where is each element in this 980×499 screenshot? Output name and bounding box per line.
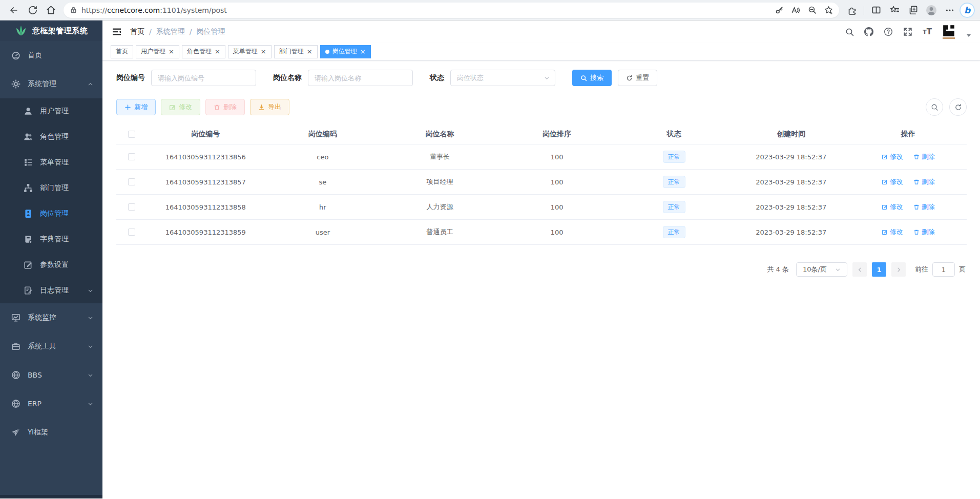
add-favorite-icon[interactable] [821,3,836,17]
zoom-out-icon[interactable] [804,3,820,17]
search-button[interactable]: 搜索 [572,70,612,86]
log-document-icon [24,286,33,295]
column-header: 岗位排序 [498,130,616,139]
sidebar-item-monitor[interactable]: 系统监控 [0,303,102,332]
row-checkbox[interactable] [128,203,135,211]
post-code-input[interactable] [151,70,256,86]
export-button[interactable]: 导出 [250,99,289,115]
next-page-button[interactable] [891,262,906,277]
sidebar-item-label: 角色管理 [40,132,69,141]
row-checkbox[interactable] [128,178,135,185]
cell-created-time: 2023-03-29 18:52:37 [733,153,850,161]
tag-home[interactable]: 首页 [111,45,133,58]
breadcrumb-home[interactable]: 首页 [130,27,144,36]
row-edit-link[interactable]: 修改 [882,152,903,161]
puzzle-icon [847,5,857,15]
home-icon [46,5,56,15]
bing-chat-button[interactable]: b [960,3,975,18]
trash-icon [913,204,920,210]
breadcrumb-separator: / [149,28,152,36]
sidebar-item-yi-framework[interactable]: Yi框架 [0,418,102,447]
goto-page-input[interactable] [932,262,955,277]
edit-icon [882,229,888,235]
read-aloud-icon[interactable] [788,3,803,17]
refresh-button[interactable] [24,2,41,18]
sidebar-item-dict-mgmt[interactable]: 字典管理 [0,226,102,252]
extensions-button[interactable] [843,2,861,18]
home-button[interactable] [42,2,59,18]
close-icon[interactable]: × [360,48,366,55]
row-edit-link[interactable]: 修改 [882,202,903,212]
font-size-button[interactable]: TT [923,27,932,36]
avatar-underline [943,37,955,39]
refresh-table-button[interactable] [949,98,967,116]
reset-button[interactable]: 重置 [618,70,657,86]
show-search-toggle-button[interactable] [926,98,943,116]
breadcrumb-system[interactable]: 系统管理 [156,27,185,36]
breadcrumb-separator: / [190,28,192,36]
sidebar-item-dept-mgmt[interactable]: 部门管理 [0,175,102,201]
close-icon[interactable]: × [215,48,220,55]
sidebar-item-log-mgmt[interactable]: 日志管理 [0,278,102,303]
yi-logo-icon [942,25,955,37]
post-name-input[interactable] [308,70,413,86]
close-icon[interactable]: × [169,48,174,55]
tag-post-mgmt[interactable]: 岗位管理× [320,45,371,58]
row-delete-link[interactable]: 删除 [913,202,935,212]
help-button[interactable] [884,27,893,36]
goto-label: 前往 [915,265,928,274]
tag-role-mgmt[interactable]: 角色管理× [182,45,225,58]
row-delete-link[interactable]: 删除 [913,177,935,186]
sidebar-item-param-settings[interactable]: 参数设置 [0,252,102,278]
tag-menu-mgmt[interactable]: 菜单管理× [228,45,272,58]
sidebar-item-erp[interactable]: ERP [0,389,102,418]
sidebar-item-label: 系统监控 [28,313,56,322]
row-edit-link[interactable]: 修改 [882,227,903,237]
status-label: 状态 [430,73,444,82]
select-all-checkbox[interactable] [128,131,135,138]
github-link[interactable] [864,27,873,36]
breadcrumb-current: 岗位管理 [196,27,225,36]
main-content: 首页 / 系统管理 / 岗位管理 TT [102,20,980,498]
favorites-bar-button[interactable] [886,2,903,18]
row-delete-link[interactable]: 删除 [913,152,935,161]
tag-label: 岗位管理 [332,47,357,56]
password-key-icon[interactable] [772,3,787,17]
row-checkbox[interactable] [128,153,135,160]
sidebar-item-menu-mgmt[interactable]: 菜单管理 [0,150,102,175]
more-menu-button[interactable] [941,2,958,18]
sidebar-item-system[interactable]: 系统管理 [0,70,102,98]
profile-button[interactable] [923,2,940,18]
page-size-select[interactable]: 10条/页 [796,262,847,277]
status-select[interactable]: 岗位状态 [450,70,555,86]
tag-user-mgmt[interactable]: 用户管理× [136,45,179,58]
sidebar-item-role-mgmt[interactable]: 角色管理 [0,124,102,150]
refresh-icon [28,5,37,15]
tag-dept-mgmt[interactable]: 部门管理× [274,45,318,58]
row-checkbox[interactable] [128,228,135,236]
collapse-sidebar-button[interactable] [112,27,122,37]
sidebar-item-tools[interactable]: 系统工具 [0,332,102,361]
user-avatar[interactable] [942,25,955,39]
split-screen-button[interactable] [867,2,885,18]
prev-page-button[interactable] [852,262,867,277]
avatar-caret-icon[interactable] [967,34,971,37]
header-search-button[interactable] [845,28,854,36]
address-bar[interactable]: https://ccnetcore.com:1101/system/post [64,3,839,18]
sidebar-item-user-mgmt[interactable]: 用户管理 [0,98,102,124]
sidebar-item-post-mgmt[interactable]: 岗位管理 [0,201,102,226]
back-button[interactable] [5,2,23,18]
close-icon[interactable]: × [307,48,312,55]
edit-button[interactable]: 修改 [161,99,200,115]
row-edit-link[interactable]: 修改 [882,177,903,186]
page-number-1[interactable]: 1 [872,262,886,277]
add-button[interactable]: 新增 [116,99,156,115]
sidebar-item-label: BBS [28,371,42,379]
row-delete-link[interactable]: 删除 [913,227,935,237]
delete-button[interactable]: 删除 [205,99,245,115]
sidebar-item-bbs[interactable]: BBS [0,361,102,389]
close-icon[interactable]: × [261,48,266,55]
fullscreen-button[interactable] [903,27,912,36]
sidebar-item-home[interactable]: 首页 [0,41,102,70]
collections-button[interactable] [904,2,922,18]
